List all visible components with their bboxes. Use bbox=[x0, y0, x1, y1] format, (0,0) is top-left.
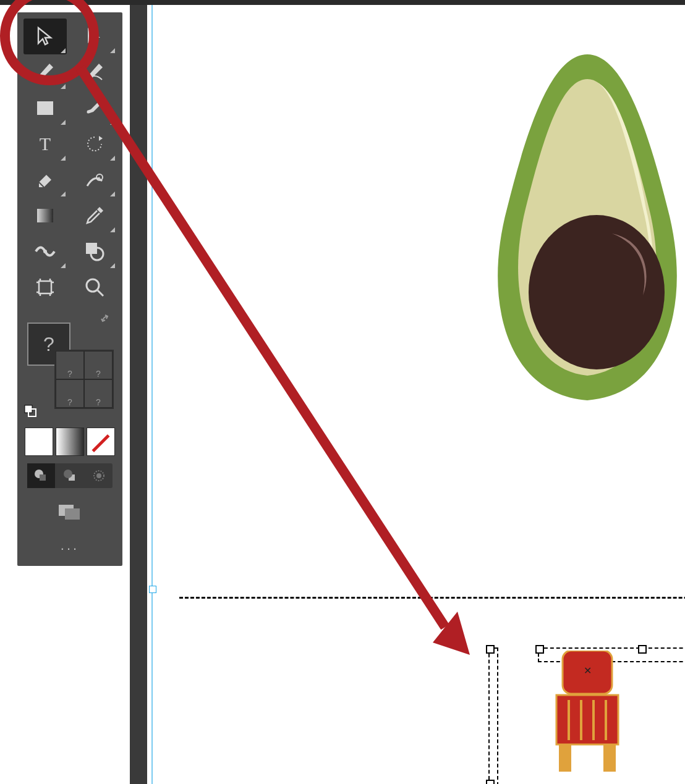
pen-tool[interactable] bbox=[23, 54, 67, 90]
flyout-indicator-icon bbox=[61, 120, 66, 125]
width-tool[interactable] bbox=[23, 234, 67, 269]
svg-text:T: T bbox=[40, 133, 51, 154]
transform-origin-icon: ✕ bbox=[584, 665, 592, 676]
gradient-icon bbox=[35, 205, 56, 226]
svg-rect-20 bbox=[65, 508, 80, 520]
selection-box[interactable] bbox=[488, 647, 498, 784]
draw-behind-button[interactable] bbox=[56, 463, 84, 488]
rotate-tool[interactable] bbox=[73, 126, 116, 162]
rectangle-tool[interactable] bbox=[23, 90, 67, 126]
draw-inside-icon bbox=[91, 468, 106, 483]
default-fill-stroke-icon[interactable] bbox=[23, 404, 38, 419]
flyout-indicator-icon bbox=[110, 227, 115, 232]
fill-mode-row bbox=[17, 428, 122, 456]
flyout-indicator-icon bbox=[61, 156, 66, 161]
eraser-tool[interactable] bbox=[23, 162, 67, 198]
selection-tool[interactable] bbox=[23, 19, 67, 54]
svg-rect-23 bbox=[556, 695, 618, 744]
stroke-swatch[interactable]: ? ? ? ? bbox=[54, 350, 114, 409]
svg-rect-29 bbox=[603, 744, 616, 772]
drawing-mode-row bbox=[27, 463, 113, 488]
scale-tool[interactable] bbox=[73, 162, 116, 198]
direct-selection-arrow-icon bbox=[84, 26, 105, 47]
zoom-tool[interactable] bbox=[73, 269, 116, 305]
svg-rect-14 bbox=[40, 474, 46, 481]
type-icon: T bbox=[35, 133, 56, 154]
svg-rect-4 bbox=[37, 209, 53, 222]
fill-stroke-swatches: ? ? ? ? ? bbox=[23, 314, 116, 419]
artboard-tool[interactable] bbox=[23, 269, 67, 305]
swap-fill-stroke-icon[interactable] bbox=[100, 314, 116, 330]
eraser-icon bbox=[34, 169, 56, 191]
draw-behind-icon bbox=[62, 468, 77, 483]
pasteboard-area[interactable]: ✕ bbox=[179, 623, 685, 784]
svg-rect-8 bbox=[39, 281, 51, 293]
artboard-edge bbox=[179, 597, 685, 601]
flyout-indicator-icon bbox=[61, 263, 66, 268]
flyout-indicator-icon bbox=[110, 48, 115, 53]
shape-builder-icon bbox=[83, 240, 106, 263]
flyout-indicator-icon bbox=[61, 48, 66, 53]
paintbrush-tool[interactable] bbox=[73, 90, 116, 126]
tools-panel: T bbox=[17, 12, 122, 566]
fill-unknown-label: ? bbox=[43, 333, 54, 356]
edit-toolbar-button[interactable]: ... bbox=[17, 537, 122, 554]
eyedropper-tool[interactable] bbox=[73, 198, 116, 234]
scale-icon bbox=[83, 169, 106, 191]
eyedropper-icon bbox=[83, 204, 106, 227]
draw-normal-icon bbox=[33, 468, 48, 483]
app-titlebar bbox=[0, 0, 685, 5]
fill-color-button[interactable] bbox=[25, 428, 53, 456]
shape-builder-tool[interactable] bbox=[73, 234, 116, 269]
flyout-indicator-icon bbox=[110, 192, 115, 196]
svg-point-21 bbox=[529, 215, 665, 369]
vertical-ruler[interactable] bbox=[130, 5, 147, 784]
avocado-illustration[interactable] bbox=[457, 48, 685, 407]
fill-none-button[interactable] bbox=[87, 428, 115, 456]
flyout-indicator-icon bbox=[110, 120, 115, 125]
flyout-indicator-icon bbox=[110, 263, 115, 268]
curvature-tool[interactable] bbox=[73, 54, 116, 90]
svg-point-9 bbox=[87, 279, 99, 292]
selection-arrow-icon bbox=[35, 26, 56, 47]
canvas-area[interactable]: ✕ bbox=[130, 5, 685, 784]
screen-mode-button[interactable] bbox=[53, 499, 87, 524]
flyout-indicator-icon bbox=[61, 192, 66, 196]
svg-point-0 bbox=[40, 75, 43, 77]
curvature-pen-icon bbox=[83, 61, 106, 83]
chair-object[interactable]: ✕ bbox=[550, 651, 624, 774]
gradient-tool[interactable] bbox=[23, 198, 67, 234]
zoom-icon bbox=[83, 276, 106, 298]
pen-icon bbox=[34, 61, 56, 83]
screen-mode-row bbox=[17, 499, 122, 524]
flyout-indicator-icon bbox=[61, 84, 66, 89]
rectangle-icon bbox=[35, 98, 56, 119]
vertical-guide[interactable] bbox=[151, 5, 153, 784]
paintbrush-icon bbox=[83, 97, 106, 119]
svg-point-5 bbox=[43, 250, 47, 253]
guide-handle[interactable] bbox=[149, 586, 156, 593]
draw-inside-button[interactable] bbox=[85, 463, 113, 488]
width-icon bbox=[33, 241, 57, 262]
svg-line-10 bbox=[98, 290, 103, 296]
svg-rect-28 bbox=[559, 744, 571, 772]
screen-mode-icon bbox=[57, 502, 82, 521]
flyout-indicator-icon bbox=[110, 156, 115, 161]
draw-normal-button[interactable] bbox=[27, 463, 55, 488]
svg-point-18 bbox=[96, 473, 101, 478]
fill-gradient-button[interactable] bbox=[56, 428, 84, 456]
type-tool[interactable]: T bbox=[23, 126, 67, 162]
artboard-icon bbox=[34, 276, 56, 298]
svg-point-16 bbox=[64, 470, 72, 478]
direct-selection-tool[interactable] bbox=[73, 19, 116, 54]
svg-rect-1 bbox=[37, 101, 53, 115]
rotate-icon bbox=[84, 133, 105, 154]
tools-grid: T bbox=[17, 12, 122, 305]
